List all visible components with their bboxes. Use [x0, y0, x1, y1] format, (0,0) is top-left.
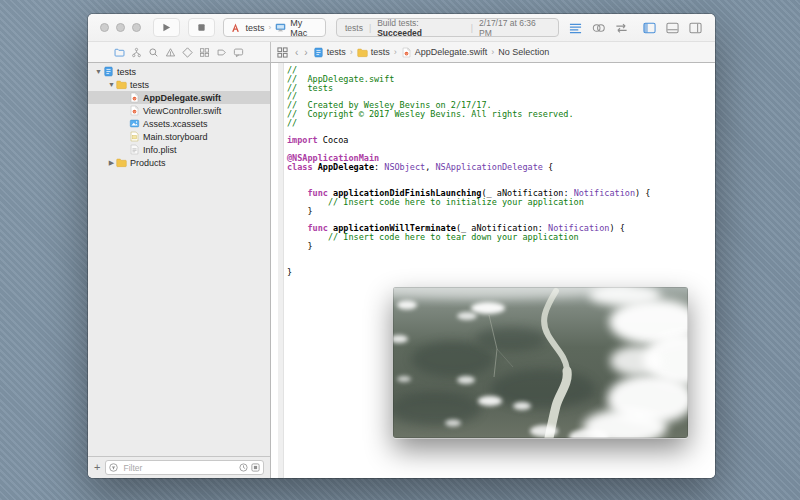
tree-item-appdelegate-swift[interactable]: AppDelegate.swift — [88, 91, 270, 104]
project-file-icon — [313, 47, 324, 58]
disclosure-triangle-icon[interactable]: ▶ — [107, 159, 116, 167]
tree-item-main-storyboard[interactable]: Main.storyboard — [88, 130, 270, 143]
activity-project: tests — [345, 23, 363, 33]
code-line: } — [287, 242, 715, 251]
code-line: // Insert code here to tear down your ap… — [287, 233, 715, 242]
zoom-button[interactable] — [132, 23, 141, 32]
focus-ribbon — [278, 63, 284, 478]
jump-bar[interactable]: ‹ › tests›tests›AppDelegate.swift›No Sel… — [271, 42, 715, 62]
debug-area-toggle-button[interactable] — [666, 22, 680, 34]
file-tree: ▼tests▼testsAppDelegate.swiftViewControl… — [88, 63, 270, 456]
scheme-selector[interactable]: tests › My Mac — [223, 18, 326, 37]
issue-navigator-icon[interactable] — [164, 46, 177, 59]
code-line: // Copyright © 2017 Wesley Bevins. All r… — [287, 110, 715, 119]
activity-divider: | — [471, 23, 473, 33]
swift-file-icon — [129, 105, 140, 116]
code-area[interactable]: //// AppDelegate.swift// tests//// Creat… — [287, 66, 715, 277]
folder-icon — [357, 47, 368, 58]
scheme-name: tests — [245, 23, 264, 33]
breadcrumb-separator: › — [350, 47, 353, 57]
add-file-button[interactable]: + — [94, 462, 100, 473]
navigator-filter-bar: + — [88, 456, 270, 478]
related-items-icon[interactable] — [277, 47, 288, 58]
disclosure-triangle-icon[interactable]: ▼ — [107, 81, 116, 88]
sub-toolbar: ‹ › tests›tests›AppDelegate.swift›No Sel… — [88, 42, 715, 63]
activity-viewer: tests | Build tests: Succeeded | 2/17/17… — [336, 18, 559, 37]
breadcrumb-segment[interactable]: No Selection — [498, 47, 549, 57]
assistant-editor-button[interactable] — [592, 22, 606, 34]
code-line: } — [287, 207, 715, 216]
standard-editor-button[interactable] — [569, 22, 583, 34]
test-navigator-icon[interactable] — [181, 46, 194, 59]
source-control-status-icon[interactable] — [251, 463, 260, 472]
breadcrumb-label: No Selection — [498, 47, 549, 57]
code-line: import Cocoa — [287, 136, 715, 145]
video-overlay[interactable] — [393, 287, 688, 438]
tree-item-info-plist[interactable]: Info.plist — [88, 143, 270, 156]
swift-file-icon — [401, 47, 412, 58]
breadcrumb-segment[interactable]: tests — [313, 47, 346, 58]
toolbar: tests › My Mac tests | Build tests: Succ… — [88, 14, 715, 42]
breadcrumb-label: tests — [327, 47, 346, 57]
my-mac-icon — [275, 22, 286, 33]
stop-icon — [197, 23, 206, 32]
close-button[interactable] — [100, 23, 109, 32]
code-line — [287, 172, 715, 181]
tree-item-tests[interactable]: ▼tests — [88, 78, 270, 91]
stop-button[interactable] — [188, 18, 215, 37]
scheme-destination: My Mac — [290, 18, 319, 38]
breadcrumb[interactable]: tests›tests›AppDelegate.swift›No Selecti… — [313, 47, 550, 58]
code-line: } — [287, 268, 715, 277]
breadcrumb-segment[interactable]: AppDelegate.swift — [401, 47, 488, 58]
filter-field[interactable] — [105, 460, 264, 475]
activity-result: Succeeded — [377, 28, 422, 38]
folder-icon — [116, 157, 127, 168]
report-navigator-icon[interactable] — [232, 46, 245, 59]
version-editor-button[interactable] — [615, 22, 629, 34]
tree-item-assets-xcassets[interactable]: Assets.xcassets — [88, 117, 270, 130]
tree-item-tests[interactable]: ▼tests — [88, 65, 270, 78]
editor-mode-buttons — [569, 22, 629, 34]
traffic-lights — [100, 23, 141, 32]
activity-message: Build tests: Succeeded — [377, 18, 465, 38]
back-button[interactable]: ‹ — [294, 47, 299, 58]
breadcrumb-separator: › — [491, 47, 494, 57]
play-icon — [162, 23, 171, 32]
folder-icon — [116, 79, 127, 90]
project-navigator-panel: ▼tests▼testsAppDelegate.swiftViewControl… — [88, 63, 271, 478]
debug-navigator-icon[interactable] — [198, 46, 211, 59]
code-line: // AppDelegate.swift — [287, 75, 715, 84]
filter-input[interactable] — [121, 462, 236, 474]
project-navigator-icon[interactable] — [113, 46, 126, 59]
minimize-button[interactable] — [116, 23, 125, 32]
tree-item-viewcontroller-swift[interactable]: ViewController.swift — [88, 104, 270, 117]
code-line: // — [287, 119, 715, 128]
panel-toggle-buttons — [643, 22, 703, 34]
tree-item-label: Assets.xcassets — [143, 119, 208, 129]
breakpoint-navigator-icon[interactable] — [215, 46, 228, 59]
code-line — [287, 251, 715, 260]
scheme-separator: › — [268, 23, 271, 32]
inspectors-toggle-button[interactable] — [689, 22, 703, 34]
source-control-navigator-icon[interactable] — [130, 46, 143, 59]
plist-icon — [129, 144, 140, 155]
code-line — [287, 260, 715, 269]
recent-files-icon[interactable] — [239, 463, 248, 472]
breadcrumb-segment[interactable]: tests — [357, 47, 390, 58]
aerial-video-frame — [393, 287, 688, 438]
project-file-icon — [103, 66, 114, 77]
tree-item-label: tests — [130, 80, 149, 90]
disclosure-triangle-icon[interactable]: ▼ — [94, 68, 103, 75]
tree-item-products[interactable]: ▶Products — [88, 156, 270, 169]
find-navigator-icon[interactable] — [147, 46, 160, 59]
assets-icon — [129, 118, 140, 129]
tree-item-label: Info.plist — [143, 145, 177, 155]
tree-item-label: ViewController.swift — [143, 106, 221, 116]
breadcrumb-label: AppDelegate.swift — [415, 47, 488, 57]
forward-button[interactable]: › — [303, 47, 308, 58]
navigator-toggle-button[interactable] — [643, 22, 657, 34]
breadcrumb-label: tests — [371, 47, 390, 57]
storyboard-icon — [129, 131, 140, 142]
code-line — [287, 128, 715, 137]
run-button[interactable] — [153, 18, 180, 37]
